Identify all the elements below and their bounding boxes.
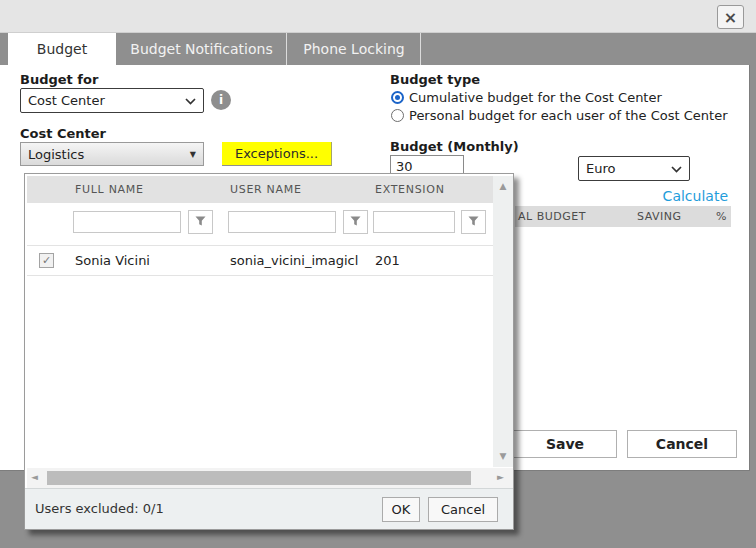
filter-funnel-icon <box>350 215 361 230</box>
filter-user-name-button[interactable] <box>343 210 368 234</box>
radio-unselected-icon <box>391 109 404 122</box>
column-header-full-name[interactable]: FULL NAME <box>75 176 144 203</box>
users-excluded-text: Users excluded: 0/1 <box>35 489 164 529</box>
filter-full-name-button[interactable] <box>188 210 213 234</box>
info-icon[interactable]: i <box>211 90 231 110</box>
triangle-down-icon: ▼ <box>190 150 196 159</box>
results-header-total-budget: AL BUDGET <box>518 206 586 227</box>
filter-funnel-icon <box>195 215 206 230</box>
budget-dialog: × Budget Budget Notifications Phone Lock… <box>0 0 756 548</box>
column-header-extension[interactable]: EXTENSION <box>375 176 445 203</box>
filter-extension-button[interactable] <box>461 210 486 234</box>
calculate-link[interactable]: Calculate <box>600 188 728 204</box>
radio-cumulative-budget[interactable]: Cumulative budget for the Cost Center <box>391 89 662 105</box>
tab-phone-locking[interactable]: Phone Locking <box>288 33 421 65</box>
radio-personal-budget[interactable]: Personal budget for each user of the Cos… <box>391 107 728 123</box>
tab-budget-notifications-label: Budget Notifications <box>130 41 272 57</box>
cancel-button[interactable]: Cancel <box>627 430 737 458</box>
tab-budget-label: Budget <box>37 41 87 57</box>
popup-cancel-button[interactable]: Cancel <box>428 497 498 522</box>
horizontal-scrollbar[interactable]: ◄ ► <box>27 468 513 488</box>
filter-user-name-input[interactable] <box>228 211 336 233</box>
budget-monthly-label: Budget (Monthly) <box>390 139 519 154</box>
popup-footer: Users excluded: 0/1 OK Cancel <box>25 488 513 529</box>
budget-for-select[interactable]: Cost Center <box>20 88 204 113</box>
filter-extension-input[interactable] <box>373 211 455 233</box>
popup-grid-header: FULL NAME USER NAME EXTENSION <box>27 176 493 203</box>
budget-for-value: Cost Center <box>28 93 105 108</box>
table-row[interactable]: ✓ Sonia Vicini sonia_vicini_imagicl 201 <box>27 245 493 276</box>
results-header-percent: % <box>716 206 727 227</box>
row-checkbox-checked[interactable]: ✓ <box>39 253 54 268</box>
scroll-right-icon[interactable]: ► <box>497 473 504 482</box>
results-header-saving: SAVING <box>637 206 682 227</box>
tab-budget-notifications[interactable]: Budget Notifications <box>117 33 287 65</box>
close-icon: × <box>724 7 737 28</box>
column-header-user-name[interactable]: USER NAME <box>230 176 302 203</box>
cost-center-combobox[interactable]: Logistics ▼ <box>20 142 204 166</box>
results-grid-header: AL BUDGET SAVING % <box>515 206 731 227</box>
save-button[interactable]: Save <box>513 430 617 458</box>
vertical-scrollbar[interactable]: ▲ ▼ <box>493 176 513 467</box>
scroll-up-icon[interactable]: ▲ <box>493 182 513 191</box>
cost-center-label: Cost Center <box>20 126 106 141</box>
filter-funnel-icon <box>468 215 479 230</box>
filter-full-name-input[interactable] <box>73 211 181 233</box>
cell-user-name: sonia_vicini_imagicl <box>230 246 358 275</box>
tab-phone-locking-label: Phone Locking <box>303 41 404 57</box>
chevron-down-icon <box>185 93 196 108</box>
radio-selected-icon <box>391 91 404 104</box>
currency-select[interactable]: Euro <box>578 156 690 181</box>
scroll-down-icon[interactable]: ▼ <box>493 452 513 461</box>
currency-value: Euro <box>586 161 615 176</box>
cost-center-value: Logistics <box>28 147 84 162</box>
tab-budget[interactable]: Budget <box>8 33 116 65</box>
user-exceptions-popup: FULL NAME USER NAME EXTENSION ✓ So <box>24 173 514 530</box>
check-icon: ✓ <box>42 255 51 267</box>
exceptions-button[interactable]: Exceptions... <box>222 142 332 166</box>
budget-type-label: Budget type <box>390 72 480 87</box>
chevron-down-icon <box>671 161 682 176</box>
cell-extension: 201 <box>375 246 400 275</box>
dialog-titlebar <box>0 0 756 33</box>
cell-full-name: Sonia Vicini <box>75 246 150 275</box>
close-button[interactable]: × <box>717 5 744 29</box>
ok-button[interactable]: OK <box>382 497 420 522</box>
budget-for-label: Budget for <box>20 72 98 87</box>
scroll-left-icon[interactable]: ◄ <box>31 473 38 482</box>
scrollbar-thumb[interactable] <box>47 471 471 485</box>
